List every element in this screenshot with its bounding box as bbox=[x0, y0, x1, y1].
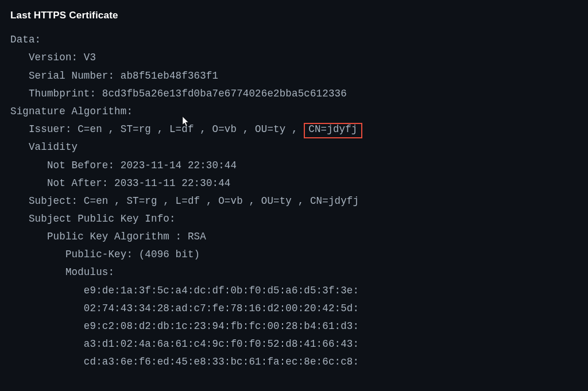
spki-label: Subject Public Key Info: bbox=[29, 213, 176, 224]
not-after-label: Not After: bbox=[47, 177, 109, 189]
version-label: Version: bbox=[29, 52, 78, 63]
pk-bits-value: (4096 bit) bbox=[139, 249, 200, 260]
issuer-prefix: C=en , ST=rg , L=df , O=vb , OU=ty , bbox=[78, 123, 297, 135]
thumbprint-label: Thumbprint: bbox=[29, 88, 96, 99]
validity-label: Validity bbox=[29, 141, 78, 153]
subject-label: Subject: bbox=[29, 195, 78, 207]
modulus-line: 02:74:43:34:28:ad:c7:fe:78:16:d2:00:20:4… bbox=[84, 303, 359, 314]
thumbprint-value: 8cd3fb5a26e13fd0ba7e6774026e2bba5c612336 bbox=[102, 88, 347, 99]
modulus-label: Modulus: bbox=[65, 266, 114, 278]
not-before-label: Not Before: bbox=[47, 160, 114, 171]
subject-value: C=en , ST=rg , L=df , O=vb , OU=ty , CN=… bbox=[84, 195, 359, 207]
sig-algo-label: Signature Algorithm: bbox=[10, 106, 133, 117]
section-title: Last HTTPS Certificate bbox=[10, 7, 578, 24]
modulus-line: e9:c2:08:d2:db:1c:23:94:fb:fc:00:28:b4:6… bbox=[84, 320, 359, 332]
data-label: Data: bbox=[10, 34, 41, 45]
version-value: V3 bbox=[84, 52, 96, 63]
issuer-cn-highlight: CN=jdyfj bbox=[304, 123, 362, 139]
pk-algo-label: Public Key Algorithm : bbox=[47, 231, 181, 242]
not-after-value: 2033-11-11 22:30:44 bbox=[114, 177, 230, 189]
modulus-line: a3:d1:02:4a:6a:61:c4:9c:f0:f0:52:d8:41:6… bbox=[84, 338, 359, 350]
not-before-value: 2023-11-14 22:30:44 bbox=[121, 160, 237, 171]
issuer-label: Issuer: bbox=[29, 123, 72, 135]
modulus-line: e9:de:1a:3f:5c:a4:dc:df:0b:f0:d5:a6:d5:3… bbox=[84, 285, 359, 296]
serial-value: ab8f51eb48f363f1 bbox=[121, 70, 218, 82]
pk-algo-value: RSA bbox=[188, 231, 206, 242]
serial-label: Serial Number: bbox=[29, 70, 114, 82]
certificate-block: Data: Version: V3 Serial Number: ab8f51e… bbox=[10, 31, 578, 371]
modulus-line: cd:a3:6e:f6:ed:45:e8:33:bc:61:fa:ec:8e:6… bbox=[84, 356, 359, 367]
pk-bits-label: Public-Key: bbox=[65, 249, 133, 260]
